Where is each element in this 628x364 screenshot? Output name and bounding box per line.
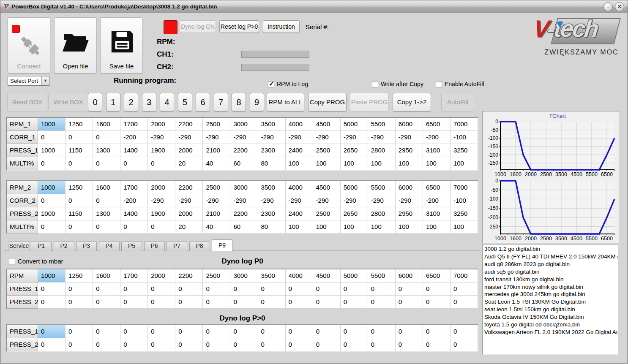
dyno-p0-cell-rpm-4[interactable]: 2000	[148, 269, 175, 283]
rpm-to-all-button[interactable]: RPM to ALL	[267, 93, 304, 111]
prog2-cell-corr_2-10[interactable]: -290	[313, 194, 341, 207]
prog1-cell-multi%-4[interactable]: 0	[148, 157, 175, 170]
prog2-cell-rpm_2-1[interactable]: 1250	[66, 181, 93, 194]
prog2-cell-multi%-3[interactable]: 0	[120, 220, 148, 234]
prog2-cell-press_2-1[interactable]: 1150	[66, 207, 93, 220]
instruction-button[interactable]: Instruction	[263, 20, 300, 33]
dyno-p0-cell-press_2-3[interactable]: 0	[120, 296, 148, 309]
prog2-cell-press_2-9[interactable]: 2400	[286, 207, 313, 220]
dyno-p0-cell-press_2-13[interactable]: 0	[396, 296, 423, 309]
file-list-item[interactable]: Skoda Octavia IV 150KM Go Digital.bin	[484, 313, 616, 321]
prog1-cell-rpm_1-3[interactable]: 1700	[120, 118, 148, 131]
prog1-cell-press_1-12[interactable]: 2800	[368, 144, 396, 157]
prog1-cell-corr_1-1[interactable]: 0	[66, 131, 93, 144]
prog2-cell-press_2-3[interactable]: 1400	[120, 207, 148, 220]
enable-autofill-box[interactable]	[436, 81, 442, 87]
dyno-p0-cell-rpm-6[interactable]: 2500	[203, 269, 230, 283]
prog1-cell-rpm_1-10[interactable]: 4500	[313, 118, 341, 131]
prog1-cell-press_1-15[interactable]: 3250	[451, 144, 478, 157]
dyno-p0-cell-rpm-8[interactable]: 3500	[258, 269, 286, 283]
prog1-cell-corr_1-11[interactable]: -290	[341, 131, 368, 144]
prog2-cell-corr_2-6[interactable]: -290	[203, 194, 230, 207]
dyno-p0-cell-press_2-2[interactable]: 0	[93, 296, 120, 309]
dyno-p0-cell-press_1-6[interactable]: 0	[203, 283, 230, 296]
file-list-item[interactable]: seat leon 1.5tsi 150km go digital.bin	[484, 306, 616, 313]
prog2-cell-rpm_2-13[interactable]: 6000	[396, 181, 423, 194]
tab-p8[interactable]: P8	[189, 241, 210, 251]
dyno-p0-cell-rpm-0[interactable]: 1000	[38, 269, 66, 283]
prog2-cell-rpm_2-7[interactable]: 3000	[230, 181, 258, 194]
dyno-pgt0-cell-press_2-10[interactable]: 0	[313, 338, 341, 351]
prog1-cell-press_1-4[interactable]: 1900	[148, 144, 175, 157]
dyno-pgt0-cell-press_1-12[interactable]: 0	[368, 325, 396, 338]
dyno-p0-cell-press_1-3[interactable]: 0	[120, 283, 148, 296]
prog1-cell-rpm_1-2[interactable]: 1600	[93, 118, 120, 131]
prog1-cell-multi%-1[interactable]: 0	[66, 157, 93, 170]
dyno-pgt0-cell-press_1-6[interactable]: 0	[203, 325, 230, 338]
prog1-cell-rpm_1-13[interactable]: 6000	[396, 118, 423, 131]
prog2-cell-corr_2-2[interactable]: 0	[93, 194, 120, 207]
prog2-cell-multi%-6[interactable]: 40	[203, 220, 230, 234]
dyno-p0-cell-rpm-14[interactable]: 6500	[423, 269, 451, 283]
prog2-cell-multi%-12[interactable]: 100	[368, 220, 396, 234]
dyno-p0-cell-rpm-5[interactable]: 2200	[175, 269, 203, 283]
dyno-pgt0-cell-press_2-1[interactable]: 0	[66, 338, 93, 351]
prog1-cell-rpm_1-8[interactable]: 3500	[258, 118, 286, 131]
prog1-cell-rpm_1-5[interactable]: 2200	[175, 118, 203, 131]
prog1-cell-press_1-3[interactable]: 1400	[120, 144, 148, 157]
prog2-cell-corr_2-1[interactable]: 0	[66, 194, 93, 207]
dyno-p0-cell-press_1-15[interactable]: 0	[451, 283, 478, 296]
prog2-cell-corr_2-9[interactable]: -290	[286, 194, 313, 207]
dyno-pgt0-cell-press_2-8[interactable]: 0	[258, 338, 286, 351]
dyno-pgt0-cell-press_2-4[interactable]: 0	[148, 338, 175, 351]
file-list-item[interactable]: Seat Leon 1.5 TSI 130KM Go Digital.bin	[484, 298, 616, 306]
title-bar[interactable]: V PowerBox Digital v1.40 - C:\Users\Prod…	[0, 0, 628, 13]
dyno-pgt0-cell-press_1-9[interactable]: 0	[286, 325, 313, 338]
dyno-p0-cell-press_2-12[interactable]: 0	[368, 296, 396, 309]
dyno-p0-cell-press_1-2[interactable]: 0	[93, 283, 120, 296]
prog2-cell-press_2-11[interactable]: 2650	[341, 207, 368, 220]
prog1-cell-press_1-14[interactable]: 3100	[423, 144, 451, 157]
prog2-cell-rpm_2-11[interactable]: 5000	[341, 181, 368, 194]
prog2-cell-press_2-10[interactable]: 2500	[313, 207, 341, 220]
prog2-cell-rpm_2-8[interactable]: 3500	[258, 181, 286, 194]
prog1-cell-corr_1-4[interactable]: -290	[148, 131, 175, 144]
prog2-cell-corr_2-12[interactable]: -290	[368, 194, 396, 207]
dyno-p0-cell-rpm-11[interactable]: 5000	[341, 269, 368, 283]
prog1-cell-multi%-3[interactable]: 0	[120, 157, 148, 170]
prog1-cell-multi%-6[interactable]: 40	[203, 157, 230, 170]
dyno-pgt0-cell-press_1-5[interactable]: 0	[175, 325, 203, 338]
prog2-cell-press_2-0[interactable]: 1000	[38, 207, 66, 220]
copy-1-to-2-button[interactable]: Copy 1->2	[393, 93, 431, 111]
chevron-down-icon[interactable]: ▼	[41, 76, 49, 85]
prog1-cell-press_1-7[interactable]: 2200	[230, 144, 258, 157]
prog2-cell-corr_2-5[interactable]: -290	[175, 194, 203, 207]
prog2-cell-rpm_2-3[interactable]: 1700	[120, 181, 148, 194]
dyno-p0-cell-press_1-1[interactable]: 0	[66, 283, 93, 296]
dyno-pgt0-cell-press_1-7[interactable]: 0	[230, 325, 258, 338]
close-button[interactable]: ✕	[615, 2, 624, 11]
dyno-pgt0-cell-press_1-8[interactable]: 0	[258, 325, 286, 338]
prog2-cell-corr_2-3[interactable]: -200	[120, 194, 148, 207]
file-list-item[interactable]: Volkswagen Arteon FL 2.0 190KM 2022 Go D…	[484, 329, 616, 336]
prog2-cell-corr_2-0[interactable]: 0	[38, 194, 66, 207]
select-port-dropdown[interactable]: Select Port ▼	[8, 76, 49, 86]
write-after-copy-box[interactable]	[372, 81, 378, 87]
prog2-cell-corr_2-13[interactable]: -290	[396, 194, 423, 207]
prog1-cell-corr_1-12[interactable]: -290	[368, 131, 396, 144]
dyno-p0-cell-press_2-6[interactable]: 0	[203, 296, 230, 309]
prog2-cell-multi%-0[interactable]: 0	[38, 220, 66, 234]
prog1-cell-multi%-9[interactable]: 100	[286, 157, 313, 170]
prog1-cell-corr_1-3[interactable]: -200	[120, 131, 148, 144]
dyno-p0-cell-press_1-5[interactable]: 0	[175, 283, 203, 296]
prog2-cell-rpm_2-10[interactable]: 4500	[313, 181, 341, 194]
prog1-cell-corr_1-13[interactable]: -290	[396, 131, 423, 144]
file-list-item[interactable]: mercedes gle 300d 245km go digital.bin	[484, 291, 616, 298]
digit-button-0[interactable]: 0	[88, 93, 102, 111]
dyno-pgt0-cell-press_2-2[interactable]: 0	[93, 338, 120, 351]
dyno-pgt0-cell-press_2-0[interactable]: 0	[38, 338, 66, 351]
prog1-cell-press_1-6[interactable]: 2100	[203, 144, 230, 157]
dyno-pgt0-cell-press_1-15[interactable]: 0	[451, 325, 478, 338]
prog1-cell-rpm_1-11[interactable]: 5000	[341, 118, 368, 131]
prog1-cell-rpm_1-12[interactable]: 5500	[368, 118, 396, 131]
